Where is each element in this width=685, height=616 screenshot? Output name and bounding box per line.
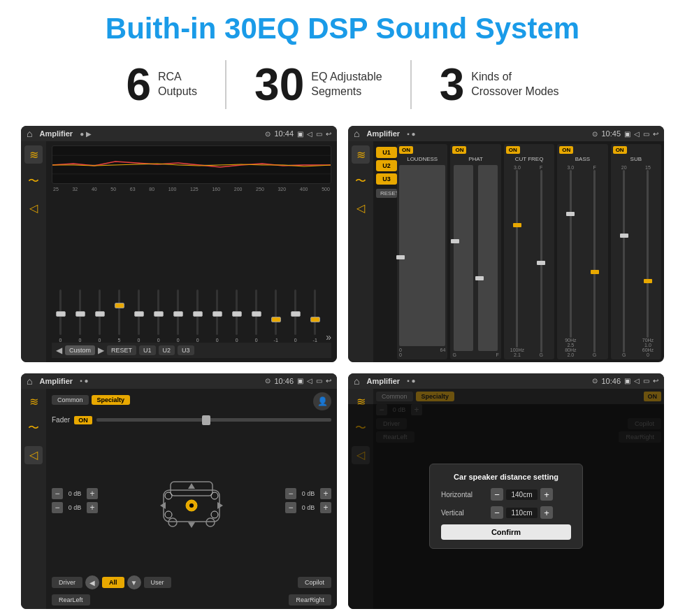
- rearleft-btn[interactable]: RearLeft: [52, 594, 90, 606]
- eq-slider-8[interactable]: 0: [208, 287, 226, 343]
- crossover-reset-btn[interactable]: RESET: [376, 189, 397, 198]
- home-icon-1[interactable]: ⌂: [27, 128, 32, 139]
- back-icon-4[interactable]: ↩: [653, 377, 658, 385]
- svg-point-5: [168, 518, 177, 527]
- panel-phat: ON PHAT: [450, 144, 500, 359]
- back-icon-1[interactable]: ↩: [326, 130, 331, 138]
- eq-slider-12[interactable]: 0: [287, 287, 304, 343]
- u3-btn[interactable]: U3: [376, 173, 397, 185]
- driver-btn[interactable]: Driver: [52, 577, 82, 588]
- dialog-horizontal-row: Horizontal − 140cm +: [441, 488, 571, 501]
- user-btn[interactable]: User: [144, 577, 171, 588]
- rearright-btn[interactable]: RearRight: [289, 594, 331, 606]
- vol-rr-plus[interactable]: +: [320, 502, 331, 513]
- vol-ctrl-rr: − 0 dB +: [285, 502, 331, 513]
- bass-slider1[interactable]: [566, 212, 575, 216]
- fader-area: Common Specialty 👤 Fader ON: [46, 389, 337, 609]
- stat-crossover: 3 Kinds of Crossover Modes: [412, 62, 587, 107]
- home-icon-3[interactable]: ⌂: [27, 375, 32, 387]
- vol-fr-plus[interactable]: +: [320, 488, 331, 499]
- eq-slider-5[interactable]: 0: [150, 287, 167, 343]
- phat-slider[interactable]: [451, 239, 459, 243]
- fader-h-thumb[interactable]: [202, 415, 210, 425]
- vol-rr-minus[interactable]: −: [285, 502, 296, 513]
- eq-slider-3[interactable]: 5: [110, 287, 128, 343]
- vertical-label: Vertical: [441, 509, 486, 517]
- vol-rl-value: 0 dB: [65, 504, 85, 511]
- svg-marker-13: [188, 483, 195, 489]
- stat-text-eq: EQ Adjustable Segments: [311, 70, 382, 99]
- eq-more-icon[interactable]: »: [326, 331, 331, 343]
- cutfreq-slider2[interactable]: [537, 261, 545, 265]
- vol-fl-plus[interactable]: +: [87, 488, 98, 499]
- tab-common[interactable]: Common: [52, 395, 89, 405]
- eq-slider-0[interactable]: 0: [52, 287, 69, 343]
- eq-reset-btn[interactable]: RESET: [107, 345, 136, 355]
- eq-thumb-1[interactable]: [75, 311, 85, 317]
- vol-icon-3[interactable]: ◁: [24, 446, 43, 464]
- home-icon-2[interactable]: ⌂: [354, 128, 359, 139]
- horizontal-plus-btn[interactable]: +: [540, 488, 553, 501]
- svg-point-6: [206, 518, 215, 527]
- eq-slider-10[interactable]: 0: [247, 287, 265, 343]
- vertical-minus-btn[interactable]: −: [491, 506, 503, 519]
- pin-icon-4: ⊙: [592, 377, 598, 385]
- eq-slider-9[interactable]: 0: [228, 287, 245, 343]
- status-right-2: ⊙ 10:45 ▣ ◁ ▭ ↩: [592, 129, 658, 138]
- vol-fr-minus[interactable]: −: [285, 488, 296, 499]
- cutfreq-slider1[interactable]: [513, 223, 521, 227]
- confirm-button[interactable]: Confirm: [441, 524, 571, 540]
- sub-slider1[interactable]: [620, 234, 628, 238]
- screens-grid: ⌂ Amplifier ● ▶ ⊙ 10:44 ▣ ◁ ▭ ↩ ≋ 〜 ◁: [21, 126, 664, 609]
- eq-icon-3[interactable]: ≋: [24, 393, 43, 411]
- fader-bottom-row2: RearLeft RearRight: [52, 594, 331, 606]
- dialog-title: Car speaker distance setting: [441, 473, 571, 481]
- fader-h-track[interactable]: [96, 418, 331, 422]
- pin-icon-3: ⊙: [265, 377, 271, 385]
- eq-prev-btn[interactable]: ◀: [56, 345, 62, 355]
- eq-slider-7[interactable]: 0: [189, 287, 206, 343]
- eq-thumb-0[interactable]: [56, 311, 66, 317]
- sub-on: ON: [613, 146, 627, 154]
- eq-u2-btn[interactable]: U2: [159, 345, 175, 355]
- tab-specialty[interactable]: Specialty: [92, 395, 131, 405]
- eq-slider-6[interactable]: 0: [169, 287, 187, 343]
- eq-slider-11[interactable]: -1: [267, 287, 284, 343]
- panel-cutfreq: ON CUT FREQ 3.0 100Hz 2.1: [504, 144, 554, 359]
- eq-slider-1[interactable]: 0: [71, 287, 89, 343]
- vol-icon-2[interactable]: ◁: [352, 199, 370, 217]
- bass-slider2[interactable]: [591, 270, 599, 274]
- wave-icon-3[interactable]: 〜: [24, 420, 43, 438]
- vol-rl-minus[interactable]: −: [52, 502, 63, 513]
- eq-slider-4[interactable]: 0: [130, 287, 147, 343]
- vertical-plus-btn[interactable]: +: [540, 506, 553, 519]
- eq-slider-13[interactable]: -1: [306, 287, 324, 343]
- eq-icon-2[interactable]: ≋: [352, 145, 370, 164]
- eq-play-btn[interactable]: ▶: [98, 345, 104, 355]
- u2-btn[interactable]: U2: [376, 160, 397, 171]
- vol-rl-plus[interactable]: +: [87, 502, 98, 513]
- back-icon-3[interactable]: ↩: [326, 377, 331, 385]
- dialog-vertical-row: Vertical − 110cm +: [441, 506, 571, 519]
- wave-icon-1[interactable]: 〜: [24, 172, 43, 190]
- horizontal-minus-btn[interactable]: −: [491, 488, 503, 501]
- eq-slider-2[interactable]: 0: [91, 287, 108, 343]
- left-arrow-btn[interactable]: ◀: [85, 575, 99, 589]
- vol-fl-minus[interactable]: −: [52, 488, 63, 499]
- all-btn[interactable]: All: [102, 577, 124, 588]
- eq-icon-1[interactable]: ≋: [24, 145, 43, 164]
- down-arrow-btn[interactable]: ▼: [127, 575, 141, 589]
- eq-u1-btn[interactable]: U1: [139, 345, 156, 355]
- u1-btn[interactable]: U1: [376, 147, 397, 158]
- eq-custom-btn[interactable]: Custom: [65, 345, 95, 355]
- loudness-slider[interactable]: [396, 255, 405, 259]
- vol-icon-1[interactable]: ◁: [24, 199, 43, 217]
- wave-icon-2[interactable]: 〜: [352, 172, 370, 190]
- back-icon-2[interactable]: ↩: [653, 130, 658, 138]
- eq-u3-btn[interactable]: U3: [178, 345, 194, 355]
- eq-graph: [52, 145, 331, 184]
- copilot-btn[interactable]: Copilot: [298, 577, 331, 588]
- sub-slider2[interactable]: [644, 279, 652, 283]
- camera-icon-2: ▣: [624, 130, 630, 138]
- home-icon-4[interactable]: ⌂: [354, 375, 359, 387]
